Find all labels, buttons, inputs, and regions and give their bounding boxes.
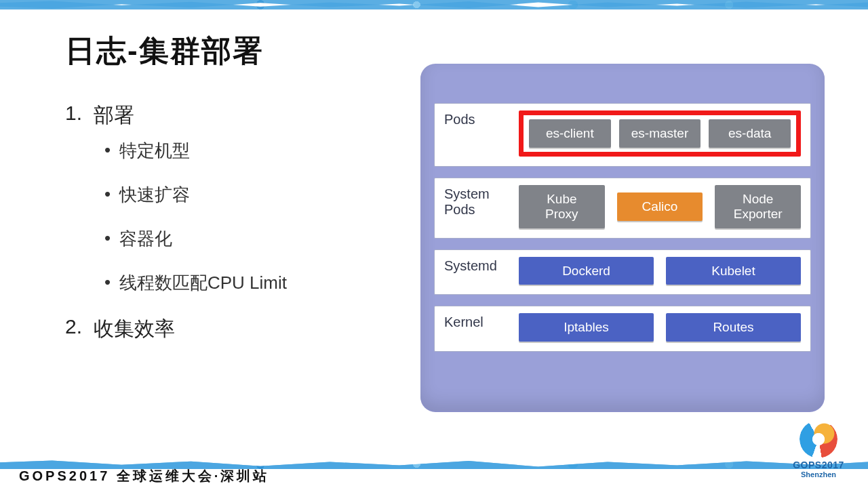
decorative-brush-top — [0, 0, 868, 9]
box-kubelet: Kubelet — [666, 257, 801, 285]
box-kube-proxy: Kube Proxy — [519, 185, 605, 228]
bullet-item: 容器化 — [104, 227, 357, 251]
box-es-data: es-data — [709, 119, 791, 148]
logo-line-2: Shenzhen — [788, 470, 849, 479]
box-iptables: Iptables — [519, 313, 654, 342]
slide-title: 日志-集群部署 — [65, 31, 264, 71]
layer-system-pods: System Pods Kube Proxy Calico Node Expor… — [434, 178, 811, 239]
outline-label: 收集效率 — [94, 315, 175, 343]
layer-pods: Pods es-client es-master es-data — [434, 103, 811, 167]
layer-label: Kernel — [444, 313, 507, 330]
highlight-box: es-client es-master es-data — [519, 110, 801, 157]
conference-logo: GOPS2017 Shenzhen — [788, 420, 849, 479]
bullet-item: 快速扩容 — [104, 183, 357, 207]
bullet-item: 特定机型 — [104, 139, 357, 163]
outline-number: 2. — [65, 315, 94, 343]
box-es-master: es-master — [619, 119, 701, 148]
content-outline: 1. 部署 特定机型 快速扩容 容器化 线程数匹配CPU Limit 2. 收集… — [65, 102, 357, 352]
architecture-diagram: Pods es-client es-master es-data System … — [420, 64, 825, 411]
swirl-icon — [800, 420, 837, 458]
box-es-client: es-client — [529, 119, 611, 148]
outline-item-1: 1. 部署 — [65, 102, 357, 129]
outline-item-2: 2. 收集效率 — [65, 315, 357, 343]
box-routes: Routes — [666, 313, 801, 342]
layer-systemd: Systemd Dockerd Kubelet — [434, 249, 811, 296]
outline-number: 1. — [65, 102, 94, 129]
footer-text: GOPS2017 全球运维大会·深圳站 — [19, 467, 269, 485]
box-dockerd: Dockerd — [519, 257, 654, 285]
outline-bullets-1: 特定机型 快速扩容 容器化 线程数匹配CPU Limit — [104, 139, 357, 295]
layer-label: System Pods — [444, 185, 507, 218]
layer-kernel: Kernel Iptables Routes — [434, 306, 811, 352]
logo-line-1: GOPS2017 — [788, 460, 849, 470]
box-node-exporter: Node Exporter — [715, 185, 801, 228]
box-calico: Calico — [617, 192, 703, 221]
layer-label: Pods — [444, 110, 507, 127]
outline-label: 部署 — [94, 102, 134, 129]
bullet-item: 线程数匹配CPU Limit — [104, 271, 357, 295]
layer-label: Systemd — [444, 257, 507, 274]
